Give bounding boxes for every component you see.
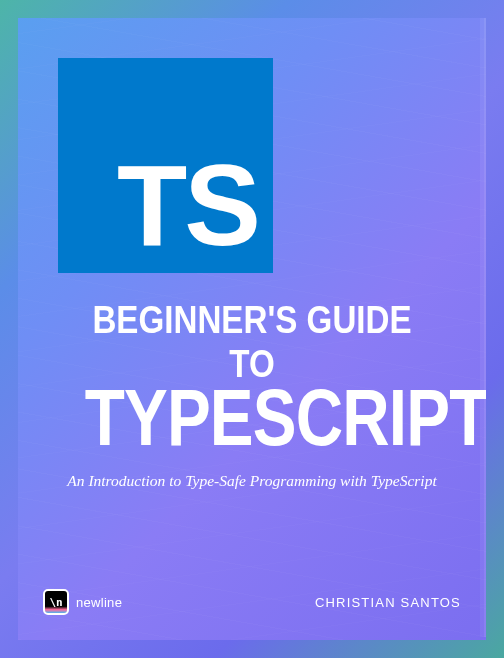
cover-inner: TS BEGINNER'S GUIDE TO TYPESCRIPT An Int…	[18, 18, 486, 640]
book-cover: TS BEGINNER'S GUIDE TO TYPESCRIPT An Int…	[0, 0, 504, 658]
typescript-logo: TS	[58, 58, 273, 273]
subtitle: An Introduction to Type-Safe Programming…	[48, 472, 456, 490]
footer: \n newline CHRISTIAN SANTOS	[43, 589, 461, 615]
publisher-block: \n newline	[43, 589, 122, 615]
publisher-logo-text: \n	[49, 596, 62, 609]
publisher-logo-icon: \n	[43, 589, 69, 615]
publisher-name: newline	[76, 595, 122, 610]
typescript-logo-text: TS	[117, 148, 258, 263]
author-name: CHRISTIAN SANTOS	[315, 595, 461, 610]
title-block: BEGINNER'S GUIDE TO TYPESCRIPT An Introd…	[18, 298, 486, 490]
title-line-2: TYPESCRIPT	[85, 380, 420, 456]
